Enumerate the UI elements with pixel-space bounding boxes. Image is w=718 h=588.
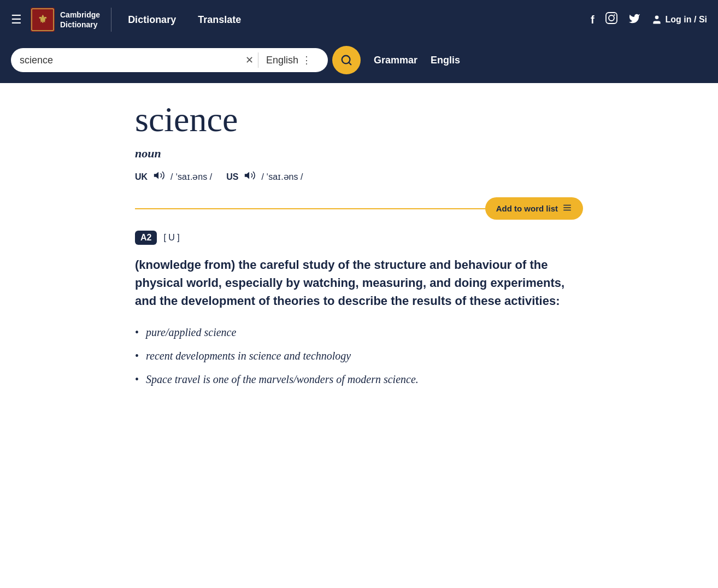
svg-rect-3 (606, 13, 617, 23)
divider-row: Add to word list (135, 197, 583, 220)
us-label: US (226, 172, 238, 182)
svg-point-5 (614, 14, 615, 15)
divider-line (135, 208, 485, 209)
uk-label: UK (135, 172, 148, 182)
add-to-wordlist-label: Add to word list (496, 204, 558, 213)
language-options-icon[interactable]: ⋮ (302, 54, 311, 66)
clear-icon[interactable]: ✕ (245, 54, 254, 66)
nav-links: Dictionary Translate (117, 14, 591, 26)
level-badge: A2 (135, 231, 157, 245)
svg-marker-7 (154, 172, 158, 179)
svg-marker-8 (245, 172, 249, 179)
example-item: recent developments in science and techn… (135, 350, 583, 362)
twitter-icon[interactable] (628, 13, 640, 27)
grammar-tag: [ U ] (163, 233, 179, 243)
search-bar: ✕ English ⋮ Grammar Englis (0, 39, 718, 83)
level-row: A2 [ U ] (135, 231, 583, 245)
uk-audio-button[interactable] (153, 169, 165, 184)
examples-list: pure/applied science recent developments… (135, 326, 583, 386)
search-wrapper: ✕ English ⋮ (11, 48, 328, 72)
navbar: ☰ ⚜ CambridgeDictionary Dictionary Trans… (0, 0, 718, 39)
logo-link[interactable]: ⚜ CambridgeDictionary (31, 8, 111, 32)
logo-shield-icon: ⚜ (31, 8, 55, 32)
search-button[interactable] (332, 46, 361, 74)
us-speaker-icon (244, 169, 256, 181)
pronunciation-row: UK / ˈsaɪ.əns / US / ˈsaɪ.əns / (135, 169, 583, 184)
search-icon (340, 54, 352, 66)
grammar-link[interactable]: Grammar (374, 55, 417, 66)
example-item: Space travel is one of the marvels/wonde… (135, 373, 583, 386)
us-pronunciation: / ˈsaɪ.əns / (261, 172, 303, 182)
add-to-wordlist-button[interactable]: Add to word list (485, 197, 583, 220)
english-link[interactable]: Englis (431, 55, 460, 66)
definition-text: (knowledge from) the careful study of th… (135, 256, 583, 310)
login-link[interactable]: Log in / Si (651, 14, 707, 25)
language-label: English (266, 55, 298, 66)
svg-text:⚜: ⚜ (38, 13, 48, 25)
nav-dictionary[interactable]: Dictionary (117, 14, 187, 26)
example-item: pure/applied science (135, 326, 583, 339)
nav-translate[interactable]: Translate (187, 14, 252, 26)
instagram-icon[interactable] (605, 12, 617, 27)
logo-text: CambridgeDictionary (60, 10, 100, 30)
user-icon (651, 14, 662, 25)
us-audio-button[interactable] (244, 169, 256, 184)
svg-point-4 (609, 15, 614, 21)
facebook-icon[interactable]: f (591, 14, 595, 26)
language-selector[interactable]: English ⋮ (258, 54, 319, 66)
dictionary-content: science noun UK / ˈsaɪ.əns / US / ˈsaɪ.ə… (113, 83, 605, 430)
uk-speaker-icon (153, 169, 165, 181)
nav-icons: f Log in / Si (591, 12, 707, 27)
secondary-nav: Grammar Englis (374, 55, 460, 66)
word-title: science (135, 99, 583, 140)
uk-pronunciation: / ˈsaɪ.əns / (170, 172, 212, 182)
hamburger-icon[interactable]: ☰ (11, 13, 22, 27)
word-pos: noun (135, 146, 583, 161)
search-input[interactable] (20, 55, 241, 66)
wordlist-list-icon (562, 203, 572, 214)
